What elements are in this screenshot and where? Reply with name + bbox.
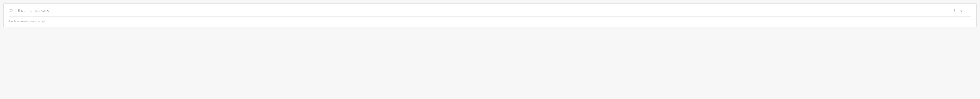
prev-result-button[interactable] <box>952 8 956 13</box>
search-container <box>9 4 971 17</box>
svg-line-1 <box>12 11 13 12</box>
status-message: Nenhum resultado encontrado <box>4 17 976 27</box>
search-row <box>9 4 971 16</box>
search-icon <box>9 9 14 13</box>
search-panel: Nenhum resultado encontrado <box>3 3 977 27</box>
close-button[interactable] <box>967 9 971 13</box>
search-input[interactable] <box>18 9 948 13</box>
arrow-down-icon <box>960 8 964 13</box>
nav-controls <box>952 8 971 13</box>
arrow-up-icon <box>952 8 956 13</box>
close-icon <box>967 9 971 13</box>
next-result-button[interactable] <box>960 8 964 13</box>
